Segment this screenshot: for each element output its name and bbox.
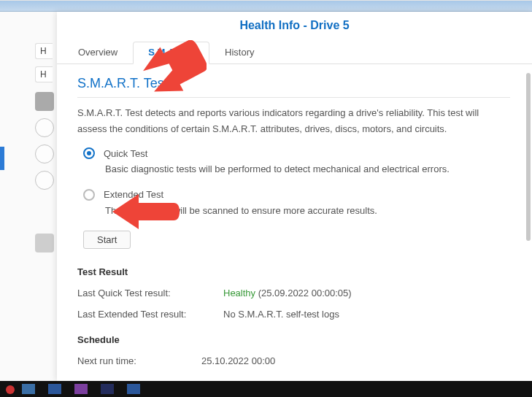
tab-history[interactable]: History <box>209 42 269 64</box>
tab-smart[interactable]: S.M.A.R.T. <box>133 42 209 64</box>
quick-test-desc: Basic diagnostic tests will be performed… <box>105 162 510 177</box>
smart-test-description: S.M.A.R.T. Test detects and reports vari… <box>77 105 510 137</box>
bg-drive-list <box>35 92 57 260</box>
bg-tab-2[interactable]: H <box>35 66 53 82</box>
taskbar-app-icon[interactable] <box>74 384 88 394</box>
last-quick-val: Healthy (25.09.2022 00:00:05) <box>223 288 352 298</box>
last-quick-key: Last Quick Test result: <box>77 288 223 298</box>
bg-tab-1[interactable]: H <box>35 43 53 59</box>
extended-test-option[interactable]: Extended Test <box>83 189 510 201</box>
scrollbar-thumb[interactable] <box>526 73 531 241</box>
last-extended-val: No S.M.A.R.T. self-test logs <box>223 309 339 320</box>
radio-quick-test[interactable] <box>83 147 95 159</box>
schedule-next-row: Next run time: 25.10.2022 00:00 <box>77 355 510 366</box>
tab-overview[interactable]: Overview <box>63 42 133 64</box>
last-quick-row: Last Quick Test result: Healthy (25.09.2… <box>77 288 510 298</box>
extended-test-desc: The entire drive will be scanned to ensu… <box>105 204 510 219</box>
drive-icon[interactable] <box>35 144 54 163</box>
last-quick-time: (25.09.2022 00:00:05) <box>255 288 352 298</box>
drive-icon[interactable] <box>35 118 54 137</box>
test-result-heading: Test Result <box>77 266 510 277</box>
start-button[interactable]: Start <box>83 231 131 249</box>
drive-icon-selected[interactable] <box>35 234 54 253</box>
quick-test-label: Quick Test <box>104 148 147 159</box>
schedule-heading: Schedule <box>77 334 510 345</box>
schedule-next-val: 25.10.2022 00:00 <box>201 355 275 366</box>
health-info-modal: Health Info - Drive 5 Overview S.M.A.R.T… <box>57 12 532 381</box>
tab-bar: Overview S.M.A.R.T. History <box>57 41 532 64</box>
taskbar-app-icon[interactable] <box>22 384 35 394</box>
schedule-next-key: Next run time: <box>77 355 201 366</box>
taskbar-app-icon[interactable] <box>127 384 140 394</box>
extended-test-label: Extended Test <box>104 189 163 200</box>
taskbar[interactable] <box>0 381 532 397</box>
taskbar-record-icon[interactable] <box>6 385 15 394</box>
modal-body: S.M.A.R.T. Test S.M.A.R.T. Test detects … <box>57 64 532 378</box>
divider <box>77 97 510 98</box>
left-accent-bar <box>0 147 4 170</box>
last-extended-key: Last Extended Test result: <box>77 309 223 320</box>
taskbar-app-icon[interactable] <box>101 384 114 394</box>
drive-icon[interactable] <box>35 92 54 111</box>
drive-icon[interactable] <box>35 171 54 190</box>
taskbar-app-icon[interactable] <box>48 384 61 394</box>
modal-title: Health Info - Drive 5 <box>57 12 532 41</box>
smart-test-heading: S.M.A.R.T. Test <box>77 76 510 91</box>
radio-extended-test[interactable] <box>83 189 95 201</box>
window-titlebar-strip <box>0 0 532 12</box>
last-extended-row: Last Extended Test result: No S.M.A.R.T.… <box>77 309 510 320</box>
quick-test-option[interactable]: Quick Test <box>83 147 510 159</box>
status-healthy: Healthy <box>223 288 255 298</box>
